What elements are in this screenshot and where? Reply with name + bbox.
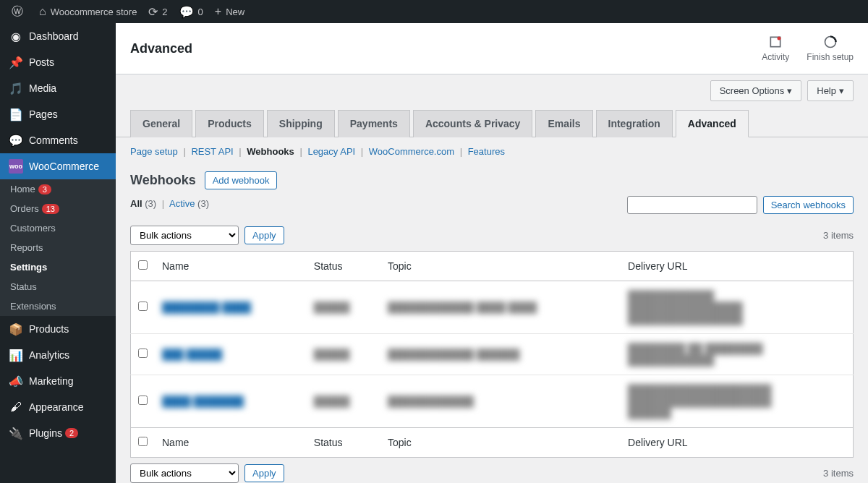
menu-label: Products (29, 323, 69, 335)
items-count-top: 3 items (823, 230, 854, 241)
submenu-status[interactable]: Status (0, 277, 116, 296)
menu-dashboard[interactable]: ◉Dashboard (0, 23, 116, 49)
row-checkbox[interactable] (138, 396, 148, 405)
settings-tabs: GeneralProductsShippingPaymentsAccounts … (116, 110, 868, 137)
advanced-subtabs: Page setup | REST API | Webhooks | Legac… (116, 137, 868, 166)
col-status[interactable]: Status (307, 252, 380, 281)
menu-marketing[interactable]: 📣Marketing (0, 368, 116, 394)
tab-general[interactable]: General (130, 110, 192, 137)
webhook-status: █████ (314, 349, 350, 360)
tab-payments[interactable]: Payments (338, 110, 410, 137)
webhook-name[interactable]: ████ ███████ (162, 396, 244, 407)
menu-label: Comments (29, 134, 78, 146)
submenu-reports[interactable]: Reports (0, 238, 116, 257)
filter-all[interactable]: All (3) (130, 198, 156, 209)
tab-accounts-privacy[interactable]: Accounts & Privacy (413, 110, 533, 137)
bulk-actions-select-top[interactable]: Bulk actions (130, 226, 239, 245)
menu-label: Media (29, 82, 56, 94)
megaphone-icon: 📣 (9, 374, 23, 388)
search-webhooks-button[interactable]: Search webhooks (763, 196, 854, 214)
pin-icon: 📌 (9, 55, 23, 69)
updates-count: 2 (162, 7, 167, 17)
menu-products[interactable]: 📦Products (0, 316, 116, 342)
menu-label: Analytics (29, 349, 69, 361)
screen-options-button[interactable]: Screen Options ▾ (710, 80, 802, 101)
col-name[interactable]: Name (155, 252, 307, 281)
col-topic[interactable]: Topic (380, 252, 621, 281)
tab-emails[interactable]: Emails (535, 110, 592, 137)
finish-setup-button[interactable]: Finish setup (807, 35, 854, 62)
webhook-delivery: ████████ ██ ████████ ████████████ (628, 343, 762, 366)
menu-woocommerce[interactable]: wooWooCommerce (0, 153, 116, 179)
subtab-features[interactable]: Features (468, 146, 505, 157)
comments[interactable]: 💬0 (174, 0, 209, 23)
site-name[interactable]: ⌂Woocommerce store (33, 0, 142, 23)
site-name-label: Woocommerce store (51, 7, 137, 17)
comment-icon: 💬 (179, 5, 194, 19)
table-row: ████ ███████ █████ ████████████ ████████… (131, 375, 854, 428)
menu-label: Marketing (29, 375, 73, 387)
webhook-name[interactable]: ████████ ████ (162, 302, 251, 313)
admin-sidebar: ◉Dashboard📌Posts🎵Media📄Pages💬Commentswoo… (0, 23, 116, 483)
tab-products[interactable]: Products (195, 110, 264, 137)
menu-analytics[interactable]: 📊Analytics (0, 342, 116, 368)
menu-appearance[interactable]: 🖌Appearance (0, 394, 116, 420)
progress-icon (823, 35, 838, 49)
media-icon: 🎵 (9, 81, 23, 95)
dashboard-icon: ◉ (9, 29, 23, 43)
col-delivery[interactable]: Delivery URL (621, 252, 853, 281)
updates[interactable]: ⟳2 (142, 0, 173, 23)
webhook-name[interactable]: ███ █████ (162, 349, 222, 360)
subtab-page-setup[interactable]: Page setup (130, 146, 178, 157)
select-all-bottom[interactable] (138, 437, 148, 446)
table-row: ███ █████ █████ ████████████ ██████ ████… (131, 334, 854, 375)
badge: 13 (42, 204, 59, 214)
submenu-home[interactable]: Home3 (0, 179, 116, 199)
subtab-rest-api[interactable]: REST API (191, 146, 233, 157)
subtab-woocommerce-com[interactable]: WooCommerce.com (369, 146, 454, 157)
menu-label: Posts (29, 56, 54, 68)
menu-comments[interactable]: 💬Comments (0, 127, 116, 153)
pages-icon: 📄 (9, 107, 23, 121)
webhook-topic: ████████████ ████ ████ (388, 302, 537, 313)
menu-label: WooCommerce (29, 161, 99, 172)
submenu-settings[interactable]: Settings (0, 257, 116, 277)
subtab-webhooks[interactable]: Webhooks (247, 146, 294, 157)
plus-icon: + (215, 5, 221, 18)
webhook-status: █████ (314, 302, 350, 313)
row-checkbox[interactable] (138, 349, 148, 358)
submenu-extensions[interactable]: Extensions (0, 296, 116, 316)
menu-label: Appearance (29, 401, 84, 413)
badge: 2 (65, 428, 78, 438)
select-all-top[interactable] (138, 260, 148, 270)
bulk-actions-select-bottom[interactable]: Bulk actions (130, 463, 239, 483)
menu-pages[interactable]: 📄Pages (0, 101, 116, 127)
menu-label: Pages (29, 108, 58, 120)
new-content[interactable]: +New (209, 0, 250, 23)
page-header: Advanced Activity Finish setup (116, 23, 868, 74)
apply-button-top[interactable]: Apply (244, 226, 284, 244)
menu-label: Plugins (29, 427, 62, 439)
help-button[interactable]: Help ▾ (807, 80, 854, 101)
tab-advanced[interactable]: Advanced (676, 110, 749, 137)
submenu-orders[interactable]: Orders13 (0, 199, 116, 218)
submenu-customers[interactable]: Customers (0, 218, 116, 238)
comments-count: 0 (198, 7, 203, 17)
brush-icon: 🖌 (9, 400, 23, 414)
search-input[interactable] (627, 196, 757, 214)
section-title: Webhooks (130, 173, 196, 188)
activity-button[interactable]: Activity (762, 35, 789, 62)
menu-posts[interactable]: 📌Posts (0, 49, 116, 75)
comment-icon: 💬 (9, 133, 23, 148)
tab-shipping[interactable]: Shipping (267, 110, 335, 137)
main-content: Advanced Activity Finish setup Screen Op… (116, 23, 868, 483)
tab-integration[interactable]: Integration (596, 110, 673, 137)
filter-active[interactable]: Active (3) (169, 198, 209, 209)
subtab-legacy-api[interactable]: Legacy API (307, 146, 355, 157)
apply-button-bottom[interactable]: Apply (244, 464, 284, 482)
wp-logo[interactable]: ⓦ (6, 0, 33, 23)
add-webhook-button[interactable]: Add webhook (205, 171, 278, 189)
menu-media[interactable]: 🎵Media (0, 75, 116, 101)
menu-plugins[interactable]: 🔌Plugins2 (0, 420, 116, 446)
row-checkbox[interactable] (138, 302, 148, 311)
